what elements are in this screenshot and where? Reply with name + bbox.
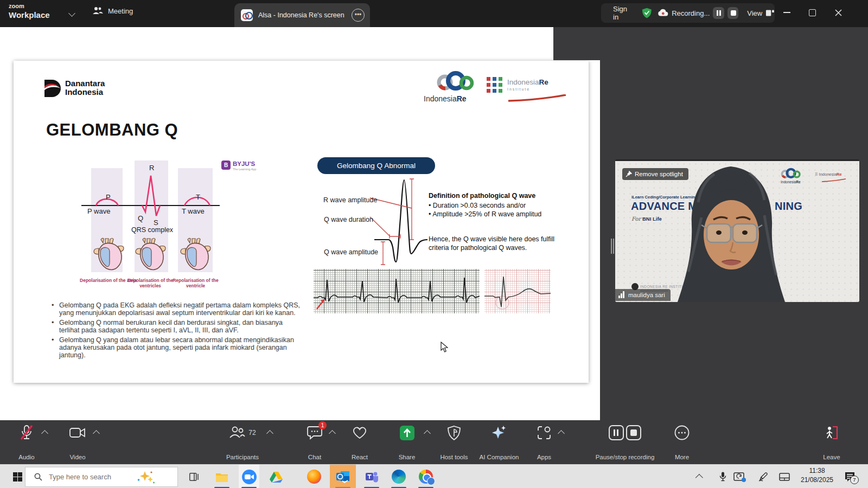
titlebar-right-cluster: Sign in Recording... View bbox=[601, 3, 775, 23]
taskbar-firefox[interactable] bbox=[304, 465, 324, 488]
pause-recording-button[interactable] bbox=[609, 425, 624, 440]
taskbar-chrome[interactable] bbox=[416, 465, 436, 488]
leave-button[interactable]: Leave bbox=[802, 420, 861, 464]
danantara-logo-icon bbox=[43, 79, 63, 98]
leave-label: Leave bbox=[791, 454, 868, 460]
participants-button[interactable]: 72 Participants bbox=[213, 420, 272, 464]
notification-center-button[interactable]: 7 bbox=[844, 465, 856, 488]
shield-check-icon bbox=[642, 7, 652, 19]
workspace-chevron-down-icon[interactable] bbox=[68, 10, 75, 17]
restore-button[interactable] bbox=[800, 0, 825, 25]
windows-logo-icon bbox=[13, 472, 22, 481]
copilot-sparkle-icon bbox=[137, 470, 155, 484]
search-input[interactable] bbox=[48, 472, 137, 481]
institute-mini-swoosh bbox=[821, 178, 846, 182]
outlook-icon bbox=[336, 470, 350, 483]
participants-label: Participants bbox=[202, 454, 283, 460]
video-label: Video bbox=[37, 454, 118, 460]
taskbar-zoom-app[interactable] bbox=[239, 465, 259, 488]
clock-date: 21/08/2025 bbox=[796, 476, 838, 485]
people-icon bbox=[92, 7, 103, 15]
chat-unread-badge: 1 bbox=[318, 421, 327, 429]
tray-touchpad-icon[interactable] bbox=[779, 465, 790, 488]
meeting-tab-label: Meeting bbox=[108, 7, 133, 15]
bullet-item: Gelombang Q pada EKG adalah defleksi neg… bbox=[52, 301, 301, 317]
stop-recording-button[interactable] bbox=[626, 425, 641, 440]
s-label: S bbox=[154, 219, 158, 227]
institute-logo-text: IndonesiaRe I n s t i t u t e bbox=[507, 78, 548, 91]
stop-recording-button[interactable] bbox=[727, 7, 739, 19]
apps-icon bbox=[514, 425, 574, 441]
taskbar-outlook[interactable] bbox=[330, 465, 356, 488]
pathological-q-figure bbox=[369, 172, 434, 269]
participant-nametag: maulidya sari bbox=[615, 289, 671, 301]
more-button[interactable]: More bbox=[652, 420, 712, 464]
active-tab-title: Alsa - Indonesia Re's screen bbox=[258, 11, 352, 19]
taskbar-file-explorer[interactable] bbox=[212, 465, 232, 488]
ecg-strip-gray bbox=[314, 269, 480, 313]
apps-label: Apps bbox=[503, 454, 585, 460]
bullet-item: Gelombang Q yang dalam atau lebar secara… bbox=[52, 336, 301, 359]
p-wave-label: P wave bbox=[87, 207, 110, 215]
institute-dots-icon bbox=[487, 77, 503, 93]
presentation-slide: DanantaraIndonesia IndonesiaRe bbox=[14, 61, 589, 383]
tab-shared-screen[interactable]: Alsa - Indonesia Re's screen ••• bbox=[234, 3, 370, 27]
more-label: More bbox=[641, 454, 723, 460]
close-button[interactable] bbox=[826, 0, 851, 25]
minimize-button[interactable] bbox=[774, 0, 799, 25]
recording-status-label: Recording... bbox=[672, 9, 710, 17]
start-button[interactable] bbox=[8, 465, 27, 488]
people-icon: 72 bbox=[213, 425, 272, 441]
p-label: P bbox=[106, 193, 111, 201]
task-view-button[interactable] bbox=[184, 465, 204, 488]
zoom-meeting-window: zoom Workplace Meeting Alsa - Indonesia … bbox=[0, 0, 868, 488]
gelombang-q-abnormal-button: Gelombang Q Abnormal bbox=[317, 157, 435, 174]
apps-button[interactable]: Apps bbox=[514, 420, 574, 464]
participant-video-tile[interactable]: IndonesiaRe ⠿ IndonesiaRe iLearn Ceding/… bbox=[615, 159, 859, 302]
taskbar-google-drive[interactable] bbox=[266, 465, 286, 488]
brand-workplace: Workplace bbox=[9, 11, 50, 19]
taskbar-search[interactable] bbox=[25, 467, 178, 487]
audio-level-icon bbox=[618, 291, 625, 299]
titlebar: zoom Workplace Meeting Alsa - Indonesia … bbox=[0, 0, 868, 27]
participants-count: 72 bbox=[248, 429, 256, 436]
taskbar-teams[interactable] bbox=[361, 465, 382, 488]
q-wave-duration-label: Q wave duration bbox=[324, 216, 373, 223]
meeting-toolbar: Audio Video 72 Par bbox=[0, 420, 868, 464]
sign-in-button[interactable]: Sign in bbox=[613, 5, 633, 21]
for-client-label: For BNI Life bbox=[631, 216, 662, 222]
view-layout-icon bbox=[765, 9, 775, 17]
tab-meeting[interactable]: Meeting bbox=[92, 7, 133, 15]
view-button[interactable]: View bbox=[747, 9, 762, 17]
r-wave-amplitude-label: R wave amplitude bbox=[323, 196, 377, 204]
video-button[interactable]: Video bbox=[48, 420, 107, 464]
panel-resize-handle[interactable] bbox=[611, 239, 615, 254]
notification-dot bbox=[742, 478, 746, 482]
chrome-profile-badge bbox=[427, 477, 435, 485]
pause-recording-button[interactable] bbox=[713, 7, 724, 19]
file-explorer-icon bbox=[215, 472, 228, 482]
indonesia-re-app-icon bbox=[241, 9, 253, 21]
taskbar-clock[interactable]: 11:38 21/08/2025 bbox=[796, 466, 838, 485]
taskbar-edge[interactable] bbox=[388, 465, 409, 488]
shared-screen-area: DanantaraIndonesia IndonesiaRe bbox=[0, 27, 600, 420]
slide-bullet-list: Gelombang Q pada EKG adalah defleksi neg… bbox=[52, 301, 301, 361]
google-drive-icon bbox=[270, 471, 283, 483]
tray-screenshare-icon[interactable] bbox=[733, 465, 744, 488]
ekg-pqrst-figure bbox=[81, 157, 260, 293]
edge-icon bbox=[392, 470, 406, 484]
teams-icon bbox=[365, 470, 379, 483]
tray-pen-icon[interactable] bbox=[758, 465, 768, 488]
definition-bullet-2: • Amplitude >25% of R wave amplitud bbox=[429, 210, 564, 219]
remove-spotlight-button[interactable]: Remove spotlight bbox=[622, 168, 688, 180]
tab-options-ellipsis-icon[interactable]: ••• bbox=[352, 9, 365, 22]
tray-microphone-icon[interactable] bbox=[719, 465, 726, 488]
r-label: R bbox=[149, 164, 154, 172]
definition-bullet-1: • Duration >0.03 seconds and/or bbox=[429, 202, 564, 210]
q-label: Q bbox=[138, 214, 143, 222]
bullet-item: Gelombang Q normal berukuran kecil dan b… bbox=[52, 319, 301, 334]
indonesiare-logo-icon bbox=[431, 70, 480, 94]
tray-expand-chevron[interactable] bbox=[698, 465, 703, 488]
remove-spotlight-label: Remove spotlight bbox=[635, 171, 683, 177]
zoom-workplace-logo: zoom Workplace bbox=[9, 3, 50, 19]
